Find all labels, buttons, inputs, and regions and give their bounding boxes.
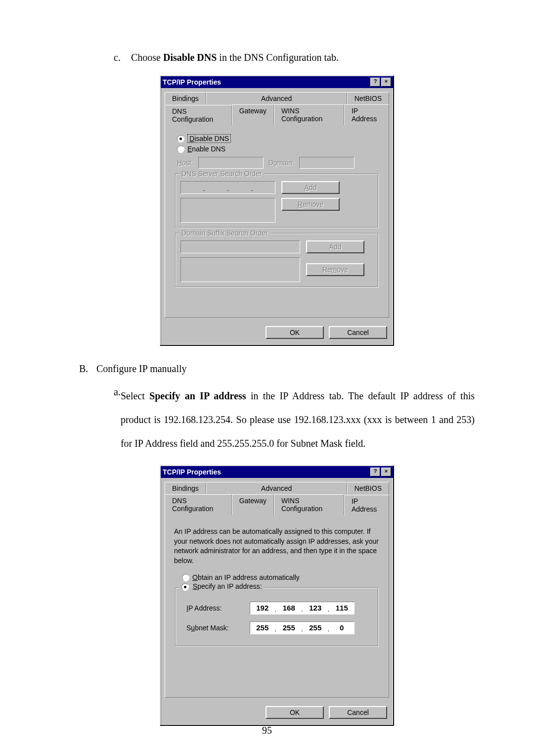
ip-seg-4[interactable]: 115 [330,602,355,614]
ip-address-input[interactable]: 192. 168. 123. 115 [250,602,355,614]
dialog2-button-row: OK Cancel [161,702,393,725]
host-domain-row: Host: Domain: [177,157,377,169]
tab-ip-address[interactable]: IP Address [344,104,389,125]
ok-button[interactable]: OK [266,706,324,719]
ip-info-text: An IP address can be automatically assig… [174,527,380,566]
step-c-letter: c. [114,49,131,65]
disable-dns-row[interactable]: Disable DNS [177,134,377,143]
step-a-body: Select Specify an IP address in the IP A… [121,384,475,455]
cancel-button[interactable]: Cancel [329,326,387,339]
tab-dns-configuration[interactable]: DNS Configuration [165,105,232,126]
suffix-remove-button: Remove [306,263,364,276]
ip-seg-1[interactable]: 192 [250,602,275,614]
enable-dns-label: Enable DNS [187,145,225,153]
step-a: a. Select Specify an IP address in the I… [114,384,475,455]
ip-tab-panel: An IP address can be automatically assig… [165,515,389,698]
section-b-letter: B. [79,361,96,377]
titlebar-buttons: ? × [370,468,391,476]
titlebar: TCP/IP Properties ? × [161,76,393,88]
page-number: 95 [0,725,534,736]
subnet-seg-3[interactable]: 255 [303,622,328,634]
tabs-front-row: DNS Configuration Gateway WINS Configura… [161,105,393,125]
enable-dns-row[interactable]: Enable DNS [177,145,377,153]
dialog-title: TCP/IP Properties [163,468,221,476]
step-c-bold: Disable DNS [163,52,217,63]
tcpip-ipaddress-dialog: TCP/IP Properties ? × Bindings Advanced … [160,465,394,726]
tab-ip-address[interactable]: IP Address [344,495,389,516]
dns-list [180,198,275,223]
dns-server-order-group: DNS Server Search Order ... Add Remove [175,174,379,228]
dns-add-button: Add [281,181,340,194]
tab-netbios[interactable]: NetBIOS [347,482,389,495]
step-c-text: Choose Disable DNS in the DNS Configurat… [131,49,339,65]
help-button[interactable]: ? [370,78,380,87]
cancel-button[interactable]: Cancel [329,706,387,719]
subnet-mask-label: Subnet Mask: [186,624,241,632]
host-label: Host: [177,159,193,167]
step-a-letter: a. [114,384,121,455]
radio-obtain-ip[interactable] [182,574,189,581]
tab-gateway[interactable]: Gateway [232,494,274,515]
tab-advanced[interactable]: Advanced [206,92,347,105]
tabs-back-row: Bindings Advanced NetBIOS [161,88,393,105]
tab-netbios[interactable]: NetBIOS [347,92,389,105]
tab-gateway[interactable]: Gateway [232,104,274,125]
suffix-input [180,240,300,253]
ok-button[interactable]: OK [266,326,324,339]
suffix-add-button: Add [306,240,364,253]
radio-specify-ip[interactable] [181,583,189,591]
domain-suffix-order-group: Domain Suffix Search Order Add Remove [175,233,379,287]
titlebar: TCP/IP Properties ? × [161,466,393,478]
specify-ip-legend[interactable]: Specify an IP address: [179,582,264,591]
tabs-front-row: DNS Configuration Gateway WINS Configura… [161,495,393,515]
tabs-back-row: Bindings Advanced NetBIOS [161,478,393,495]
tab-wins-configuration[interactable]: WINS Configuration [274,104,344,125]
host-input [198,157,264,169]
tcpip-dns-dialog: TCP/IP Properties ? × Bindings Advanced … [160,75,394,346]
dns-remove-button: Remove [281,198,340,211]
suffix-list [180,257,300,282]
dns-tab-panel: Disable DNS Enable DNS Host: Domain: DNS… [165,125,389,318]
close-button[interactable]: × [381,468,391,476]
help-button[interactable]: ? [370,468,380,476]
domain-suffix-legend: Domain Suffix Search Order [179,229,270,237]
tab-bindings[interactable]: Bindings [165,482,206,495]
ip-seg-3[interactable]: 123 [303,602,328,614]
step-c-pre: Choose [131,52,163,63]
tab-advanced[interactable]: Advanced [206,482,347,495]
subnet-seg-1[interactable]: 255 [250,622,275,634]
subnet-mask-row: Subnet Mask: 255. 255. 255. 0 [186,621,367,634]
ip-address-label: IP Address: [186,604,241,612]
domain-label: Domain: [268,159,294,167]
step-a-bold: Specify an IP address [149,390,246,401]
step-c: c. Choose Disable DNS in the DNS Configu… [114,49,475,65]
subnet-seg-4[interactable]: 0 [330,622,355,634]
ip-address-row: IP Address: 192. 168. 123. 115 [186,602,367,614]
tab-dns-configuration[interactable]: DNS Configuration [165,494,232,515]
step-a-post: in the IP Address tab. The default IP ad… [246,390,475,401]
dialog-title: TCP/IP Properties [163,78,221,86]
radio-disable-dns[interactable] [177,135,184,142]
dns-server-order-legend: DNS Server Search Order [179,170,264,178]
obtain-ip-label: Obtain an IP address automatically [192,573,300,581]
dialog1-button-row: OK Cancel [161,322,393,345]
dns-ip-input: ... [180,181,275,194]
ip-seg-2[interactable]: 168 [277,602,302,614]
disable-dns-label: Disable DNS [187,134,231,143]
tab-wins-configuration[interactable]: WINS Configuration [274,494,344,515]
step-a-line2: product is 192.168.123.254. So please us… [121,414,475,449]
obtain-ip-row[interactable]: Obtain an IP address automatically [182,573,377,581]
section-b-text: Configure IP manually [96,361,187,377]
subnet-seg-2[interactable]: 255 [277,622,302,634]
step-c-post: in the DNS Configuration tab. [217,52,339,63]
tab-bindings[interactable]: Bindings [165,92,206,105]
section-b: B. Configure IP manually [79,361,475,377]
titlebar-buttons: ? × [370,78,391,87]
subnet-mask-input[interactable]: 255. 255. 255. 0 [250,621,355,634]
specify-ip-group: Specify an IP address: IP Address: 192. … [175,587,379,647]
domain-input [299,157,355,169]
step-a-pre: Select [121,390,149,401]
close-button[interactable]: × [381,78,391,87]
radio-enable-dns[interactable] [177,145,184,153]
